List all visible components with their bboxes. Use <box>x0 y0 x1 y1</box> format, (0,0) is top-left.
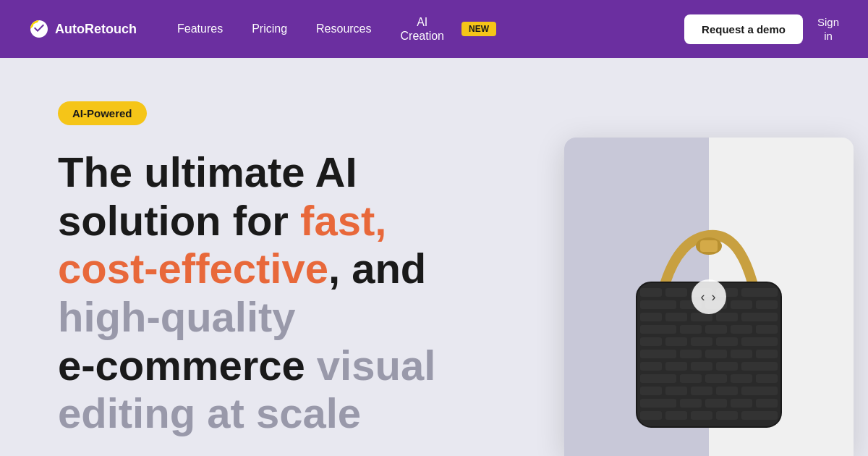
nav-links: Features Pricing Resources AI Creation N… <box>166 9 684 48</box>
svg-rect-16 <box>716 313 738 321</box>
svg-rect-19 <box>680 325 702 334</box>
svg-rect-49 <box>680 399 702 408</box>
heading-fast: fast, <box>300 197 386 244</box>
heading-line2: solution for fast, <box>58 197 386 244</box>
svg-rect-7 <box>741 288 778 297</box>
svg-rect-28 <box>640 350 676 358</box>
svg-rect-8 <box>640 300 676 309</box>
svg-rect-18 <box>640 325 676 334</box>
heading-cost-effective: cost-effective <box>58 245 328 292</box>
svg-rect-11 <box>731 300 752 309</box>
signin-button[interactable]: Sign in <box>817 15 839 43</box>
svg-rect-3 <box>640 288 662 297</box>
svg-rect-37 <box>741 362 778 371</box>
svg-rect-1 <box>700 240 718 252</box>
svg-rect-4 <box>665 288 687 297</box>
svg-rect-43 <box>640 387 662 395</box>
heading-line1: The ultimate AI <box>58 148 357 195</box>
svg-rect-27 <box>741 337 778 346</box>
new-badge: NEW <box>461 22 496 36</box>
svg-rect-54 <box>665 411 687 420</box>
svg-rect-23 <box>640 337 662 346</box>
ai-label: AI <box>417 15 427 29</box>
svg-rect-52 <box>756 399 778 408</box>
svg-rect-48 <box>640 399 676 408</box>
svg-rect-57 <box>741 411 778 420</box>
nav-resources[interactable]: Resources <box>305 17 383 41</box>
svg-rect-50 <box>705 399 727 408</box>
svg-rect-13 <box>640 313 662 321</box>
svg-rect-14 <box>665 313 687 321</box>
svg-rect-29 <box>680 350 702 358</box>
svg-rect-34 <box>665 362 687 371</box>
heading-high-quality: high-quality <box>58 293 296 340</box>
svg-rect-40 <box>705 374 727 383</box>
image-nav-button[interactable]: ‹ › <box>692 279 726 314</box>
svg-rect-25 <box>691 337 712 346</box>
svg-rect-38 <box>640 374 676 383</box>
nav-arrows-icon: ‹ › <box>701 290 718 305</box>
signin-label: Sign <box>817 15 839 30</box>
svg-rect-45 <box>691 387 712 395</box>
heading-visual: visual <box>317 342 435 389</box>
svg-rect-12 <box>756 300 778 309</box>
handbag-illustration <box>593 195 825 456</box>
svg-rect-39 <box>680 374 702 383</box>
svg-rect-31 <box>731 350 752 358</box>
svg-rect-32 <box>756 350 778 358</box>
image-split-wrapper: ‹ › <box>564 138 854 456</box>
hero-content: AI-Powered The ultimate AI solution for … <box>58 101 506 438</box>
hero-section: AI-Powered The ultimate AI solution for … <box>0 58 868 456</box>
svg-rect-55 <box>691 411 712 420</box>
heading-line5: e-commerce visual <box>58 342 435 389</box>
svg-rect-21 <box>731 325 752 334</box>
svg-rect-56 <box>716 411 738 420</box>
svg-rect-46 <box>716 387 738 395</box>
svg-rect-42 <box>756 374 778 383</box>
svg-rect-24 <box>665 337 687 346</box>
svg-rect-22 <box>756 325 778 334</box>
ai-powered-badge: AI-Powered <box>58 101 147 125</box>
signin-in-label: in <box>817 29 839 43</box>
svg-rect-41 <box>731 374 752 383</box>
hero-image-container: ‹ › <box>550 123 868 456</box>
svg-rect-51 <box>731 399 752 408</box>
logo-link[interactable]: AutoRetouch <box>29 19 137 39</box>
svg-rect-35 <box>691 362 712 371</box>
nav-ai-creation-wrapper: AI Creation NEW <box>389 9 496 48</box>
svg-rect-17 <box>741 313 778 321</box>
heading-line3: cost-effective, and <box>58 245 426 292</box>
svg-rect-26 <box>716 337 738 346</box>
svg-rect-47 <box>741 387 778 395</box>
nav-ai-creation[interactable]: AI Creation <box>389 9 456 48</box>
hero-heading: The ultimate AI solution for fast, cost-… <box>58 148 506 438</box>
svg-rect-30 <box>705 350 727 358</box>
svg-rect-20 <box>705 325 727 334</box>
logo-text: AutoRetouch <box>55 22 137 37</box>
request-demo-button[interactable]: Request a demo <box>684 14 803 44</box>
svg-rect-44 <box>665 387 687 395</box>
navbar-actions: Request a demo Sign in <box>684 14 839 44</box>
creation-label: Creation <box>401 29 444 43</box>
nav-features[interactable]: Features <box>166 17 234 41</box>
nav-pricing[interactable]: Pricing <box>240 17 299 41</box>
svg-rect-36 <box>716 362 738 371</box>
navbar: AutoRetouch Features Pricing Resources A… <box>0 0 868 58</box>
logo-icon <box>29 19 49 39</box>
svg-rect-33 <box>640 362 662 371</box>
svg-rect-53 <box>640 411 662 420</box>
heading-editing-at-scale: editing at scale <box>58 389 361 436</box>
